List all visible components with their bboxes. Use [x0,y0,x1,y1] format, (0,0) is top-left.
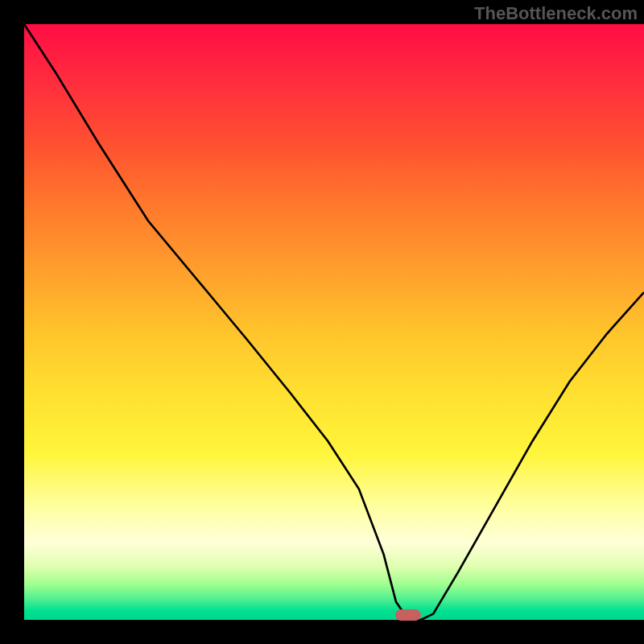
plot-area [24,24,644,620]
watermark-text: TheBottleneck.com [474,3,638,24]
optimal-point-marker [395,609,421,621]
curve-svg [24,24,644,620]
bottleneck-curve [24,24,644,620]
